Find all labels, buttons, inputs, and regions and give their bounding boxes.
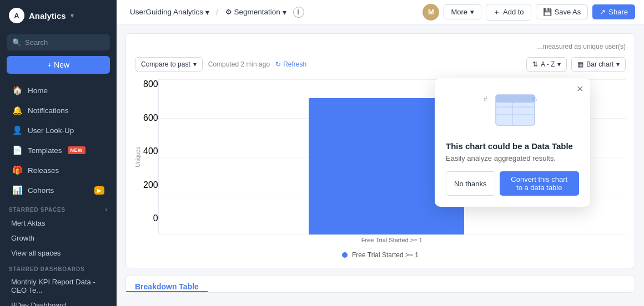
sidebar-item-user-lookup[interactable]: 👤 User Look-Up: [3, 121, 113, 140]
sidebar-item-label: User Look-Up: [28, 126, 74, 135]
svg-text:#: #: [484, 95, 487, 103]
bar-value-label: 735: [381, 88, 391, 95]
y-tick: 400: [143, 146, 158, 156]
search-bar[interactable]: 🔍: [7, 34, 110, 50]
share-icon: ↗: [600, 8, 606, 16]
info-icon[interactable]: ℹ: [293, 7, 304, 18]
video-badge: ▶: [94, 186, 104, 195]
computed-text: Computed 2 min ago: [208, 60, 270, 68]
sidebar-item-bdev-dashboard[interactable]: BDev Dashboard: [0, 298, 117, 306]
sidebar-item-view-all-spaces[interactable]: View all spaces: [0, 246, 117, 261]
content-area: ...measured as unique user(s) Compare to…: [117, 24, 644, 306]
notifications-icon: 🔔: [12, 105, 22, 115]
sidebar: A Analytics ▾ 🔍 + New 🏠 Home 🔔 Notificat…: [0, 0, 117, 306]
chart-legend: Free Trial Started >= 1: [135, 251, 626, 259]
y-tick: 200: [143, 180, 158, 190]
popup-close-button[interactable]: ✕: [576, 84, 583, 94]
chart-toolbar-right: ⇅ A - Z ▾ ▦ Bar chart ▾: [526, 57, 626, 72]
share-button[interactable]: ↗ Share: [592, 4, 635, 19]
add-to-button[interactable]: ＋ Add to: [486, 4, 531, 21]
popup-actions: No thanks Convert this chart to a data t…: [446, 171, 579, 196]
breadcrumb-segmentation[interactable]: ⚙ Segmentation ▾: [221, 6, 291, 19]
chevron-down-icon: ▾: [557, 60, 561, 68]
data-table-popup: ✕ % # This chart could be a Data Table E…: [435, 78, 590, 207]
sidebar-item-growth[interactable]: Growth: [0, 231, 117, 246]
sidebar-item-label: Templates: [28, 146, 62, 155]
new-button[interactable]: + New: [7, 56, 110, 74]
chart-type-button[interactable]: ▦ Bar chart ▾: [571, 57, 626, 72]
table-illustration: % #: [479, 89, 546, 134]
sidebar-item-label: Releases: [28, 166, 59, 175]
cohorts-icon: 📊: [12, 185, 22, 195]
main-area: UserGuiding Analytics ▾ / ⚙ Segmentation…: [117, 0, 644, 306]
sort-icon: ⇅: [532, 60, 538, 68]
chevron-down-icon: ▾: [470, 8, 474, 16]
starred-dashboards-header: STARRED DASHBOARDS: [0, 261, 117, 274]
y-axis-labels: 800 600 400 200 0: [143, 79, 158, 234]
templates-icon: 📄: [12, 145, 22, 155]
more-button[interactable]: More ▾: [444, 4, 481, 19]
new-badge: NEW: [68, 146, 86, 154]
breakdown-table-header[interactable]: Breakdown Table: [126, 276, 208, 292]
topbar-right: M More ▾ ＋ Add to 💾 Save As ↗ Share: [422, 4, 635, 21]
chevron-down-icon: ▾: [616, 60, 620, 68]
sidebar-item-templates[interactable]: 📄 Templates NEW: [3, 141, 113, 160]
sidebar-item-mert-aktas[interactable]: Mert Aktas: [0, 216, 117, 231]
chart-card: ...measured as unique user(s) Compare to…: [125, 33, 635, 268]
chevron-down-icon: ▾: [283, 8, 286, 17]
save-as-button[interactable]: 💾 Save As: [536, 4, 588, 19]
user-icon: 👤: [12, 125, 22, 135]
compare-button[interactable]: Compare to past ▾: [135, 57, 203, 72]
y-axis-label: Uniques: [135, 147, 141, 167]
legend-label: Free Trial Started >= 1: [352, 251, 419, 259]
chevron-down-icon: ▾: [193, 60, 197, 68]
plus-icon: ＋: [493, 7, 500, 17]
refresh-icon: ↻: [275, 60, 281, 68]
save-icon: 💾: [543, 8, 552, 16]
starred-spaces-header: STARRED SPACES ›: [0, 200, 117, 216]
sidebar-item-releases[interactable]: 🎁 Releases: [3, 161, 113, 180]
app-logo[interactable]: A Analytics ▾: [0, 0, 117, 31]
avatar: M: [422, 4, 439, 21]
y-axis-wrapper: Uniques 800 600 400 200 0: [135, 79, 158, 246]
topbar: UserGuiding Analytics ▾ / ⚙ Segmentation…: [117, 0, 644, 24]
refresh-button[interactable]: ↻ Refresh: [275, 60, 306, 68]
sidebar-item-notifications[interactable]: 🔔 Notifications: [3, 101, 113, 120]
topbar-left: UserGuiding Analytics ▾ / ⚙ Segmentation…: [125, 6, 416, 19]
grid-line: [159, 234, 626, 235]
chart-toolbar: Compare to past ▾ Computed 2 min ago ↻ R…: [135, 57, 626, 72]
logo-circle: A: [9, 8, 24, 23]
chevron-right-icon: ›: [105, 206, 108, 213]
legend-dot: [342, 252, 348, 258]
y-tick: 0: [153, 213, 158, 223]
breadcrumb-userguiding[interactable]: UserGuiding Analytics ▾: [125, 6, 214, 19]
search-input[interactable]: [25, 38, 104, 47]
no-thanks-button[interactable]: No thanks: [446, 171, 495, 196]
svg-text:%: %: [532, 96, 537, 103]
search-icon: 🔍: [12, 38, 21, 47]
breakdown-section: Breakdown Table: [125, 275, 635, 293]
sidebar-item-label: Cohorts: [28, 186, 54, 195]
sidebar-item-label: Notifications: [28, 106, 69, 115]
home-icon: 🏠: [12, 85, 22, 95]
popup-description: Easily analyze aggregated results.: [446, 154, 579, 162]
sidebar-item-label: Home: [28, 86, 48, 95]
breadcrumb-divider: /: [216, 7, 218, 17]
sidebar-item-cohorts[interactable]: 📊 Cohorts ▶: [3, 181, 113, 200]
app-title-chevron: ▾: [71, 12, 74, 19]
y-tick: 800: [143, 79, 158, 89]
sidebar-item-home[interactable]: 🏠 Home: [3, 81, 113, 100]
convert-button[interactable]: Convert this chart to a data table: [500, 171, 579, 196]
sort-button[interactable]: ⇅ A - Z ▾: [526, 57, 567, 72]
chevron-down-icon: ▾: [205, 8, 209, 17]
segmentation-icon: ⚙: [225, 8, 232, 16]
x-axis: Free Trial Started >= 1: [158, 234, 626, 246]
app-title: Analytics: [29, 11, 66, 21]
popup-title: This chart could be a Data Table: [446, 141, 579, 151]
chart-subtitle: ...measured as unique user(s): [135, 43, 626, 50]
sidebar-item-kpi-report[interactable]: Monthly KPI Report Data - CEO Te...: [0, 274, 117, 298]
bar-chart-icon: ▦: [577, 60, 583, 68]
releases-icon: 🎁: [12, 165, 22, 175]
svg-rect-1: [496, 95, 535, 103]
popup-illustration: % #: [446, 89, 579, 134]
